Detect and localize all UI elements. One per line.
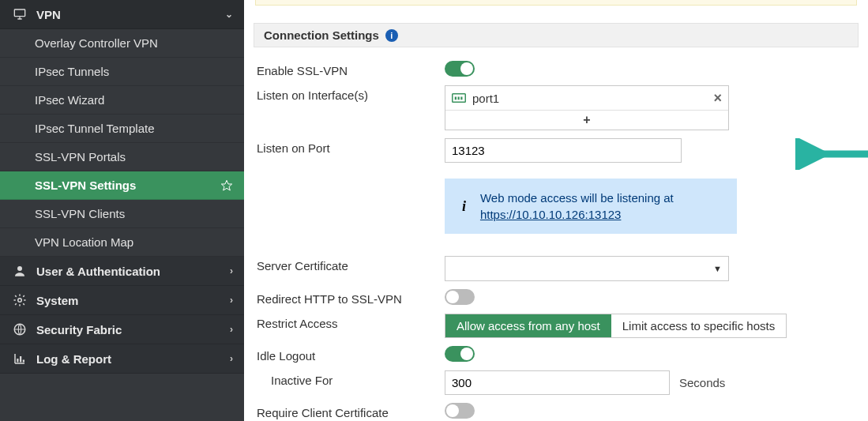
inactive-input[interactable]: [445, 370, 670, 395]
svg-rect-5: [17, 359, 18, 363]
restrict-limit-specific[interactable]: Limit access to specific hosts: [611, 314, 786, 337]
remove-interface-button[interactable]: ×: [713, 91, 722, 105]
section-connection-settings: Connection Settings i: [254, 23, 859, 47]
chart-icon: [11, 351, 28, 366]
nav-system[interactable]: System ›: [0, 286, 244, 315]
toggle-require-client-cert[interactable]: [445, 403, 475, 419]
listening-url-link[interactable]: https://10.10.10.126:13123: [480, 208, 621, 221]
nav-log-report-label: Log & Report: [36, 352, 230, 366]
toggle-redirect-http[interactable]: [445, 289, 475, 305]
chevron-right-icon: ›: [230, 353, 233, 364]
nav-security-fabric[interactable]: Security Fabric ›: [0, 315, 244, 344]
nav-vpn-label: VPN: [36, 8, 225, 21]
nav-user-auth[interactable]: User & Authentication ›: [0, 257, 244, 286]
label-listen-port: Listen on Port: [257, 138, 445, 155]
chevron-right-icon: ›: [230, 324, 233, 335]
svg-point-3: [18, 299, 22, 303]
svg-rect-6: [20, 356, 21, 363]
seconds-label: Seconds: [679, 376, 725, 389]
section-title: Connection Settings: [264, 28, 379, 42]
chevron-right-icon: ›: [230, 265, 233, 276]
add-interface-button[interactable]: +: [445, 110, 728, 130]
port-input[interactable]: [445, 138, 682, 163]
info-msg: Web mode access will be listening at: [480, 191, 674, 205]
toggle-idle-logout[interactable]: [445, 346, 475, 362]
restrict-allow-any[interactable]: Allow access from any host: [445, 314, 611, 337]
nav-user-auth-label: User & Authentication: [36, 265, 230, 278]
web-mode-info: i Web mode access will be listening at h…: [445, 179, 737, 234]
chevron-right-icon: ›: [230, 295, 233, 306]
sidebar: VPN ⌄ Overlay Controller VPN IPsec Tunne…: [0, 0, 244, 421]
server-cert-select[interactable]: ▼: [445, 256, 729, 281]
label-restrict-access: Restrict Access: [257, 314, 445, 330]
toggle-enable-ssl[interactable]: [445, 61, 475, 77]
interface-name: port1: [472, 92, 499, 105]
star-icon[interactable]: [220, 179, 233, 192]
label-redirect-http: Redirect HTTP to SSL-VPN: [257, 289, 445, 306]
sidebar-item-ssl-vpn-portals[interactable]: SSL-VPN Portals: [0, 143, 244, 171]
svg-rect-0: [14, 9, 24, 17]
info-icon: i: [459, 199, 469, 213]
top-alert-strip: [255, 0, 857, 6]
nav-log-report[interactable]: Log & Report ›: [0, 344, 244, 374]
sidebar-item-vpn-location-map[interactable]: VPN Location Map: [0, 228, 244, 257]
interface-selector[interactable]: port1 × +: [445, 85, 729, 130]
label-inactive-for: Inactive For: [257, 370, 445, 387]
nav-system-label: System: [36, 294, 230, 307]
restrict-access-group: Allow access from any host Limit access …: [445, 314, 787, 338]
svg-rect-9: [455, 97, 457, 100]
sidebar-item-label: SSL-VPN Settings: [35, 179, 136, 192]
info-icon[interactable]: i: [385, 29, 398, 42]
sidebar-item-overlay-controller-vpn[interactable]: Overlay Controller VPN: [0, 29, 244, 58]
label-require-client-cert: Require Client Certificate: [257, 403, 445, 419]
gear-icon: [11, 293, 28, 307]
nav-security-fabric-label: Security Fabric: [36, 323, 230, 336]
svg-marker-1: [221, 180, 231, 190]
sidebar-item-ipsec-tunnel-template[interactable]: IPsec Tunnel Template: [0, 115, 244, 143]
sidebar-item-ssl-vpn-settings[interactable]: SSL-VPN Settings: [0, 171, 244, 200]
label-enable-ssl: Enable SSL-VPN: [257, 61, 445, 77]
fabric-icon: [11, 322, 28, 336]
svg-rect-7: [23, 360, 24, 363]
label-idle-logout: Idle Logout: [257, 346, 445, 363]
nav-vpn[interactable]: VPN ⌄: [0, 0, 244, 29]
svg-point-2: [17, 266, 22, 271]
label-listen-interfaces: Listen on Interface(s): [257, 85, 445, 102]
label-server-cert: Server Certificate: [257, 256, 445, 273]
interface-chip-port1: port1 ×: [445, 86, 728, 110]
svg-rect-11: [460, 97, 462, 100]
main-content: Connection Settings i Enable SSL-VPN Lis…: [244, 0, 868, 421]
user-icon: [11, 264, 28, 278]
sidebar-item-ipsec-tunnels[interactable]: IPsec Tunnels: [0, 58, 244, 86]
monitor-icon: [11, 7, 28, 21]
sidebar-item-ipsec-wizard[interactable]: IPsec Wizard: [0, 86, 244, 115]
svg-rect-10: [458, 97, 460, 100]
chevron-down-icon: ⌄: [225, 9, 233, 20]
chevron-down-icon: ▼: [713, 264, 722, 273]
port-icon: [452, 93, 466, 103]
sidebar-item-ssl-vpn-clients[interactable]: SSL-VPN Clients: [0, 200, 244, 228]
